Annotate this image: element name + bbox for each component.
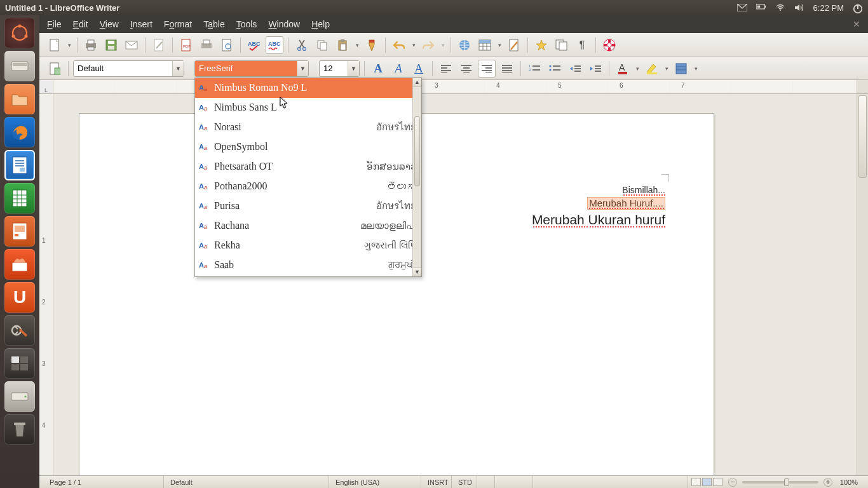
volume-icon[interactable]	[794, 4, 804, 11]
launcher-writer[interactable]	[4, 150, 35, 180]
font-option[interactable]: AaNimbus Sans L	[195, 98, 421, 118]
vertical-scrollbar-thumb[interactable]	[858, 95, 867, 178]
align-right-button[interactable]	[478, 60, 496, 78]
paste-button[interactable]	[334, 36, 351, 54]
edit-file-button[interactable]	[150, 36, 168, 54]
zoom-slider[interactable]	[742, 481, 818, 484]
launcher-impress[interactable]	[4, 216, 35, 247]
launcher-drive[interactable]	[4, 381, 35, 412]
copy-button[interactable]	[313, 36, 331, 54]
launcher-dash[interactable]	[4, 18, 35, 48]
spellcheck-button[interactable]: ABC	[245, 36, 263, 54]
network-icon[interactable]	[775, 4, 785, 11]
launcher-ubuntuone[interactable]: U	[4, 282, 35, 313]
decrease-indent-button[interactable]	[566, 60, 584, 78]
launcher-workspace[interactable]	[4, 348, 35, 379]
zoom-percent[interactable]: 100%	[835, 476, 864, 488]
status-signature[interactable]	[495, 476, 533, 488]
font-option[interactable]: AaOpenSymbol	[195, 137, 421, 157]
table-button[interactable]	[476, 36, 494, 54]
bullet-list-button[interactable]	[546, 60, 564, 78]
hyperlink-button[interactable]	[456, 36, 473, 54]
status-view-layout[interactable]	[688, 476, 726, 488]
cut-button[interactable]	[293, 36, 311, 54]
menu-format[interactable]: Format	[164, 19, 192, 29]
page-preview-button[interactable]	[218, 36, 236, 54]
menu-insert[interactable]: Insert	[130, 19, 153, 29]
highlight-dropdown[interactable]: ▾	[663, 65, 670, 72]
background-color-dropdown[interactable]: ▾	[693, 65, 699, 72]
launcher-software[interactable]	[4, 249, 35, 280]
menu-view[interactable]: View	[100, 19, 119, 29]
font-size-dropdown[interactable]: ▼	[348, 61, 359, 76]
increase-indent-button[interactable]	[587, 60, 604, 78]
background-color-button[interactable]	[672, 60, 690, 78]
paste-dropdown[interactable]: ▾	[354, 42, 360, 48]
launcher-calc[interactable]	[4, 183, 35, 214]
view-multi-icon[interactable]	[702, 478, 712, 486]
launcher-settings[interactable]	[4, 315, 35, 346]
font-option[interactable]: AaRekhaગુજરાતી લિપિ	[195, 236, 421, 255]
export-pdf-button[interactable]: PDF	[177, 36, 195, 54]
font-option[interactable]: AaNimbus Roman No9 L	[195, 78, 421, 98]
document-close-button[interactable]: ✕	[853, 19, 860, 29]
font-name-dropdown[interactable]: ▼	[297, 61, 308, 76]
launcher-files[interactable]	[4, 84, 35, 114]
font-option[interactable]: AaSawasdeeอักษรไทย	[195, 275, 421, 276]
zoom-in-button[interactable]: +	[824, 478, 832, 487]
align-justify-button[interactable]	[498, 60, 516, 78]
menu-file[interactable]: File	[47, 19, 62, 29]
zoom-out-button[interactable]: −	[728, 478, 737, 487]
font-name-input[interactable]	[195, 61, 297, 76]
font-size-input[interactable]	[320, 61, 348, 76]
menu-table[interactable]: Table	[203, 19, 224, 29]
navigator-button[interactable]	[553, 36, 571, 54]
battery-icon[interactable]	[756, 4, 766, 11]
menu-window[interactable]: Window	[268, 19, 300, 29]
font-option[interactable]: AaPothana2000తెలుగు	[195, 177, 421, 196]
nonprinting-button[interactable]: ¶	[573, 36, 591, 54]
launcher-disk[interactable]	[4, 51, 35, 81]
status-insert[interactable]: INSRT	[421, 476, 452, 488]
mail-icon[interactable]	[737, 4, 747, 11]
paragraph-style-dropdown[interactable]: ▼	[172, 61, 184, 76]
horizontal-ruler[interactable]: 34567	[53, 80, 857, 93]
show-draw-button[interactable]	[505, 36, 523, 54]
status-page[interactable]: Page 1 / 1	[43, 476, 164, 488]
redo-dropdown[interactable]: ▾	[440, 42, 446, 48]
view-single-icon[interactable]	[691, 478, 701, 486]
status-style[interactable]: Default	[164, 476, 329, 488]
align-left-button[interactable]	[437, 60, 455, 78]
redo-button[interactable]	[419, 36, 437, 54]
bold-button[interactable]: A	[369, 60, 387, 78]
print-direct-button[interactable]	[198, 36, 215, 54]
menu-edit[interactable]: Edit	[73, 19, 88, 29]
highlight-button[interactable]	[643, 60, 661, 78]
paragraph-style-input[interactable]	[74, 61, 172, 76]
font-option[interactable]: AaPhetsarath OTອັກສອນລາວ	[195, 157, 421, 177]
document-viewport[interactable]: Bismillah... Merubah Huruf.... Merubah U…	[53, 94, 857, 475]
vertical-scrollbar[interactable]	[857, 94, 868, 475]
launcher-firefox[interactable]	[4, 117, 35, 147]
underline-button[interactable]: A	[410, 60, 428, 78]
scroll-down-arrow[interactable]: ▼	[413, 268, 421, 276]
scroll-up-arrow[interactable]: ▲	[413, 78, 421, 87]
find-button[interactable]	[532, 36, 550, 54]
view-book-icon[interactable]	[713, 478, 722, 486]
new-dropdown[interactable]: ▾	[66, 42, 72, 48]
help-button[interactable]	[600, 36, 618, 54]
status-selection[interactable]: STD	[452, 476, 477, 488]
font-option[interactable]: AaNorasiอักษรไทย	[195, 118, 421, 137]
clock[interactable]: 6:22 PM	[813, 3, 844, 13]
font-popup-scrollbar[interactable]: ▲ ▼	[412, 78, 421, 276]
vertical-ruler[interactable]: 1234	[39, 94, 53, 475]
status-language[interactable]: English (USA)	[329, 476, 421, 488]
styles-button[interactable]	[46, 60, 64, 78]
launcher-trash[interactable]	[4, 414, 35, 445]
font-name-combo[interactable]: ▼ AaNimbus Roman No9 LAaNimbus Sans LAaN…	[194, 60, 309, 77]
font-option[interactable]: AaRachanaമലയാളലിപി	[195, 216, 421, 236]
font-color-dropdown[interactable]: ▾	[634, 65, 641, 72]
numbered-list-button[interactable]: 12	[526, 60, 543, 78]
font-size-combo[interactable]: ▼	[319, 60, 360, 77]
font-color-button[interactable]: A	[614, 60, 632, 78]
